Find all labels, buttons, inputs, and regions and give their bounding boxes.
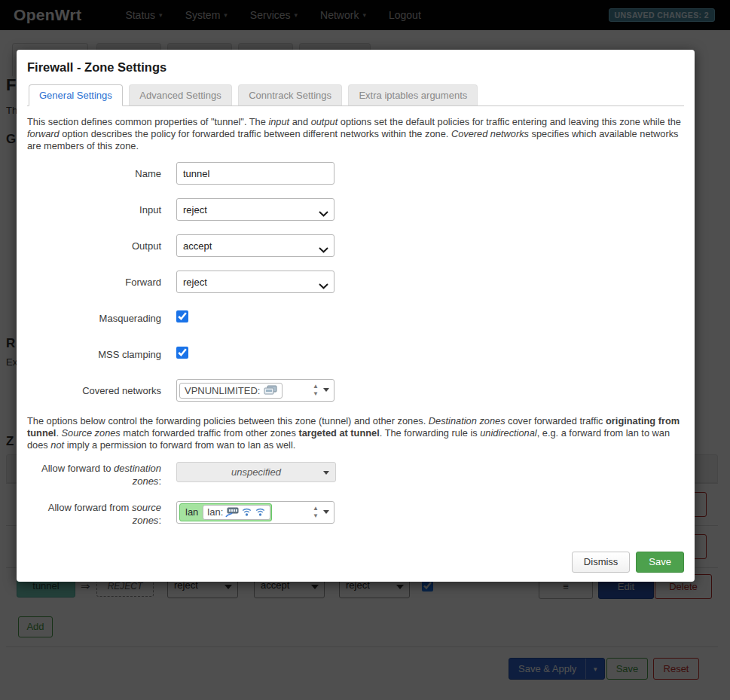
- mss-clamping-checkbox[interactable]: [176, 347, 188, 359]
- zone-settings-modal: Firewall - Zone Settings General Setting…: [17, 50, 695, 582]
- covered-networks-dropdown[interactable]: VPNUNLIMITED: ▲▼: [176, 379, 334, 402]
- masquerading-checkbox[interactable]: [176, 310, 188, 322]
- zone-intro-text: This section defines common properties o…: [27, 116, 684, 151]
- field-row-forward: Forward reject: [27, 271, 684, 293]
- tab-general-settings[interactable]: General Settings: [29, 84, 123, 106]
- spinner-arrows-icon[interactable]: ▲▼: [313, 383, 319, 398]
- src-zones-label: Allow forward from source zones:: [27, 501, 161, 527]
- dropdown-caret-icon: [323, 471, 329, 475]
- field-row-masquerading: Masquerading: [27, 307, 684, 329]
- forward-label: Forward: [27, 276, 161, 289]
- dismiss-button[interactable]: Dismiss: [572, 552, 631, 573]
- field-row-dest-zones: Allow forward to destination zones: unsp…: [27, 462, 684, 488]
- mss-clamping-label: MSS clamping: [27, 348, 161, 361]
- tab-advanced-settings[interactable]: Advanced Settings: [129, 84, 231, 105]
- network-token[interactable]: VPNUNLIMITED:: [179, 383, 283, 399]
- ethernet-switch-icon: [225, 507, 239, 518]
- lan-zone-devices: lan:: [203, 505, 270, 520]
- covered-networks-label: Covered networks: [27, 384, 161, 397]
- masquerading-label: Masquerading: [27, 312, 161, 325]
- interface-icon: [264, 385, 277, 396]
- field-row-src-zones: Allow forward from source zones: lan lan…: [27, 501, 684, 527]
- lan-zone-token[interactable]: lan lan:: [179, 503, 272, 521]
- field-row-input: Input reject: [27, 198, 684, 221]
- dest-zones-label: Allow forward to destination zones:: [27, 462, 161, 488]
- wireless-icon: [255, 507, 266, 518]
- save-button[interactable]: Save: [636, 552, 684, 573]
- input-policy-select[interactable]: reject: [176, 198, 334, 221]
- tab-conntrack-settings[interactable]: Conntrack Settings: [238, 84, 342, 105]
- src-zones-dropdown[interactable]: lan lan: ▲▼: [176, 501, 334, 524]
- dest-zones-dropdown[interactable]: unspecified: [176, 462, 336, 482]
- input-label: Input: [27, 203, 161, 216]
- field-row-output: Output accept: [27, 234, 684, 257]
- modal-footer: Dismiss Save: [572, 552, 684, 573]
- field-row-mss-clamping: MSS clamping: [27, 343, 684, 365]
- forwarding-note-text: The options below control the forwarding…: [27, 415, 684, 451]
- tab-extra-iptables-arguments[interactable]: Extra iptables arguments: [348, 84, 478, 105]
- field-row-name: Name: [27, 162, 684, 185]
- modal-title: Firewall - Zone Settings: [27, 60, 684, 75]
- zone-name-input[interactable]: [176, 162, 334, 185]
- field-row-covered-networks: Covered networks VPNUNLIMITED: ▲▼: [27, 379, 684, 402]
- page-root: OpenWrt Status▾ System▾ Services▾ Networ…: [0, 0, 730, 700]
- forward-policy-select[interactable]: reject: [176, 271, 334, 293]
- spinner-arrows-icon[interactable]: ▲▼: [313, 505, 319, 520]
- dropdown-caret-icon: [323, 510, 329, 514]
- output-label: Output: [27, 240, 161, 252]
- dropdown-caret-icon: [323, 388, 329, 392]
- wireless-icon: [241, 507, 252, 518]
- output-policy-select[interactable]: accept: [176, 234, 334, 257]
- modal-tabbar: General Settings Advanced Settings Connt…: [27, 84, 684, 106]
- name-label: Name: [27, 167, 161, 180]
